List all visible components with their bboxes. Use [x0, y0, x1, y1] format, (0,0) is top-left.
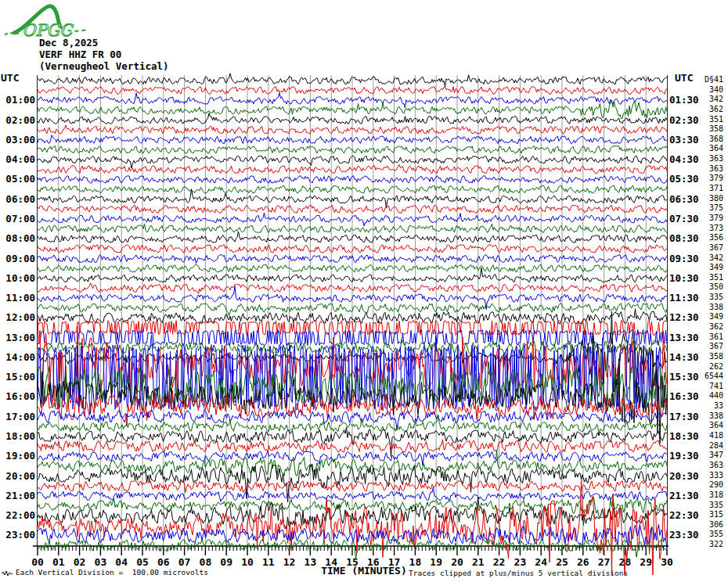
amplitude-value: 371	[690, 185, 723, 192]
x-axis-title: TIME (MINUTES)	[313, 565, 415, 577]
amplitude-value: 380	[690, 195, 723, 203]
time-label-left: 13:00	[0, 332, 35, 343]
time-label-left: 20:00	[0, 471, 35, 481]
amplitude-value: 356	[690, 234, 723, 242]
amplitude-value: 262	[690, 363, 723, 371]
time-label-left: 03:00	[0, 135, 35, 145]
x-tick-label: 02	[69, 557, 91, 567]
amplitude-value: 33	[690, 402, 723, 410]
amplitude-value: 349	[690, 264, 723, 271]
amplitude-value: 364	[690, 145, 723, 153]
scale-note: Each Vertical Division = 100.00 microvol…	[16, 568, 208, 577]
time-label-left: 19:00	[0, 451, 35, 461]
time-label-left: 22:00	[0, 510, 35, 520]
x-tick-label: 08	[194, 557, 216, 567]
x-tick-label: 28	[614, 557, 636, 567]
time-label-left: 04:00	[0, 154, 35, 164]
amplitude-value: 358	[690, 125, 723, 133]
amplitude-value: 373	[690, 225, 723, 232]
amplitude-value: 349	[690, 313, 723, 321]
time-label-left: 06:00	[0, 194, 35, 204]
amplitude-value: 315	[690, 511, 723, 519]
x-tick-label: 03	[89, 557, 111, 567]
time-label-left: 09:00	[0, 253, 35, 264]
x-tick-label: 30	[656, 557, 678, 567]
amplitude-value: 355	[690, 530, 723, 538]
x-tick-label: 07	[174, 557, 196, 567]
x-tick-label: 01	[48, 557, 70, 567]
amplitude-value: 6544	[690, 372, 723, 380]
amplitude-value: 358	[690, 353, 723, 361]
time-label-left: 05:00	[0, 174, 35, 184]
x-tick-label: 23	[509, 557, 531, 567]
amplitude-value: 342	[690, 254, 723, 262]
amplitude-value: 335	[690, 501, 723, 509]
amplitude-value: 364	[690, 422, 723, 429]
time-label-left: 15:00	[0, 372, 35, 382]
time-label-left: 21:00	[0, 490, 35, 501]
time-label-left: 07:00	[0, 214, 35, 224]
amplitude-value: 418	[690, 432, 723, 440]
x-tick-label: 09	[215, 557, 237, 567]
clip-note: Traces clipped at plus/minus 5 vertical …	[409, 569, 628, 577]
amplitude-value: 306	[690, 521, 723, 529]
x-tick-label: 29	[635, 557, 657, 567]
x-tick-label: 19	[425, 557, 447, 567]
amplitude-value: 351	[690, 274, 723, 282]
x-tick-label: 21	[467, 557, 489, 567]
amplitude-value: 363	[690, 155, 723, 163]
time-label-left: 12:00	[0, 312, 35, 322]
x-tick-label: 26	[572, 557, 594, 567]
time-label-left: 08:00	[0, 233, 35, 243]
x-tick-label: 20	[446, 557, 468, 567]
amplitude-value: 368	[690, 135, 723, 143]
time-label-left: 02:00	[0, 115, 35, 125]
amplitude-value: 362	[690, 106, 723, 113]
amplitude-value: 335	[690, 293, 723, 301]
x-tick-label: 05	[132, 557, 153, 567]
amplitude-value: 350	[690, 283, 723, 291]
x-tick-label: 24	[530, 557, 552, 567]
amplitude-value: 338	[690, 304, 723, 311]
time-label-left: 17:00	[0, 411, 35, 422]
amplitude-value: 363	[690, 462, 723, 469]
x-tick-label: 06	[153, 557, 175, 567]
x-tick-label: 25	[551, 557, 573, 567]
amplitude-value: 741	[690, 383, 723, 390]
helicorder-plot	[0, 0, 728, 582]
amplitude-value: 379	[690, 174, 723, 182]
amplitude-value: 362	[690, 323, 723, 331]
amplitude-value: 440	[690, 392, 723, 400]
x-tick-label: 10	[236, 557, 258, 567]
amplitude-value: 367	[690, 244, 723, 252]
time-label-left: 01:00	[0, 95, 35, 105]
amplitude-value: 379	[690, 214, 723, 222]
time-label-left: 18:00	[0, 431, 35, 441]
amplitude-value: D§41	[690, 76, 723, 84]
x-tick-label: 00	[27, 557, 49, 567]
amplitude-value: 342	[690, 95, 723, 103]
time-label-left: 10:00	[0, 273, 35, 283]
time-label-left: 16:00	[0, 391, 35, 401]
amplitude-value: 347	[690, 451, 723, 459]
x-tick-label: 22	[488, 557, 510, 567]
amplitude-value: 338	[690, 412, 723, 420]
micro-trace-glyph	[2, 569, 14, 577]
amplitude-value: 322	[690, 541, 723, 548]
amplitude-value: 375	[690, 204, 723, 212]
amplitude-value: 333	[690, 472, 723, 480]
amplitude-value: 363	[690, 165, 723, 173]
x-tick-label: 27	[593, 557, 615, 567]
helicorder-page: OPGC Dec 8,2025 VERF HHZ FR 00 (Verneugh…	[0, 0, 728, 582]
amplitude-value: 284	[690, 442, 723, 450]
time-label-left: 23:00	[0, 530, 35, 540]
x-tick-label: 12	[279, 557, 301, 567]
time-label-left: 11:00	[0, 293, 35, 303]
amplitude-value: 351	[690, 116, 723, 124]
amplitude-value: 318	[690, 491, 723, 499]
amplitude-value: 340	[690, 86, 723, 94]
amplitude-value: 361	[690, 333, 723, 341]
amplitude-value: 290	[690, 481, 723, 489]
x-tick-label: 11	[258, 557, 279, 567]
time-label-left: 14:00	[0, 352, 35, 362]
